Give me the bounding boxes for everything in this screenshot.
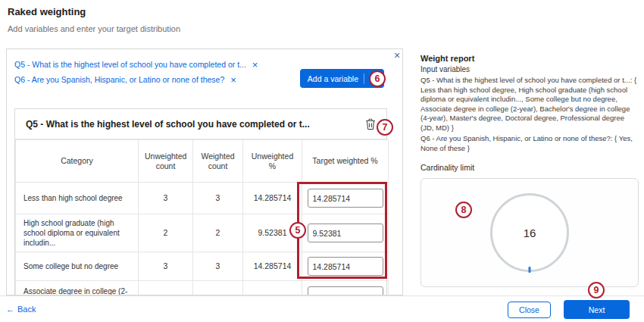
table-row: High school graduate (high school diplom… <box>16 214 389 252</box>
close-button[interactable]: Close <box>508 302 551 318</box>
page-subtitle: Add variables and enter your target dist… <box>8 24 180 33</box>
unweighted-count-cell <box>139 281 193 296</box>
variable-q6-link[interactable]: Q6 - Are you Spanish, Hispanic, or Latin… <box>14 75 224 84</box>
table-header-row: Category Unweighted count Weighted count… <box>16 140 389 183</box>
add-variable-label: Add a variable <box>308 74 358 83</box>
trash-icon[interactable] <box>365 118 376 130</box>
weight-report-panel: Weight report Input variables Q5 - What … <box>420 53 639 287</box>
back-arrow-icon: ← <box>6 305 14 314</box>
unweighted-count-cell: 2 <box>139 214 193 252</box>
cardinality-value: 16 <box>524 227 536 239</box>
close-report-icon[interactable]: × <box>394 50 400 61</box>
col-header-target-pct: Target weighted % <box>302 140 389 183</box>
unweighted-pct-cell <box>243 281 302 296</box>
weighted-count-cell: 2 <box>193 214 243 252</box>
target-weighted-input[interactable] <box>308 224 383 242</box>
target-weighted-input[interactable] <box>308 286 383 295</box>
category-cell: Associate degree in college (2-year) <box>16 281 139 296</box>
weighted-count-cell: 3 <box>193 183 243 214</box>
page-title: Raked weighting <box>8 6 86 17</box>
table-row: Less than high school degree 3 3 14.2857… <box>16 183 389 214</box>
weight-report-title: Weight report <box>420 53 639 64</box>
gauge-tick <box>529 267 531 273</box>
category-cell: High school graduate (high school diplom… <box>16 214 139 252</box>
back-label: Back <box>17 305 36 314</box>
cardinality-gauge: 16 <box>490 193 569 272</box>
col-header-unweighted-count: Unweighted count <box>139 140 193 183</box>
raked-weighting-page: Raked weighting Add variables and enter … <box>0 0 644 322</box>
cardinality-limit-label: Cardinality limit <box>420 163 639 173</box>
unweighted-pct-cell: 14.285714 <box>243 183 302 214</box>
table-row: Associate degree in college (2-year) <box>16 281 389 296</box>
weighted-count-cell <box>193 281 243 296</box>
variable-list: Q5 - What is the highest level of school… <box>14 57 258 87</box>
remove-variable-icon[interactable]: × <box>252 60 258 70</box>
variable-q5-link[interactable]: Q5 - What is the highest level of school… <box>14 60 246 69</box>
q5-description: Q5 - What is the highest level of school… <box>420 76 639 133</box>
chevron-down-icon <box>364 73 377 84</box>
weighted-count-cell: 3 <box>193 252 243 281</box>
distribution-table: Category Unweighted count Weighted count… <box>15 139 389 295</box>
unweighted-count-cell: 3 <box>139 183 193 214</box>
table-row: Some college but no degree 3 3 14.285714 <box>16 252 389 281</box>
col-header-weighted-count: Weighted count <box>193 140 243 183</box>
target-pct-cell <box>302 281 389 296</box>
variable-chip-q6: Q6 - Are you Spanish, Hispanic, or Latin… <box>14 72 258 87</box>
unweighted-count-cell: 3 <box>139 252 193 281</box>
col-header-category: Category <box>16 140 139 183</box>
target-pct-cell <box>302 183 389 214</box>
next-button[interactable]: Next <box>564 300 630 319</box>
col-header-unweighted-pct: Unweighted % <box>243 140 302 183</box>
table-card-header: Q5 - What is the highest level of school… <box>15 109 386 139</box>
cardinality-card: 16 <box>420 178 639 287</box>
unweighted-pct-cell: 14.285714 <box>243 252 302 281</box>
target-weighted-input[interactable] <box>308 189 383 208</box>
q5-distribution-card: Q5 - What is the highest level of school… <box>14 108 387 295</box>
back-link[interactable]: ← Back <box>6 305 36 314</box>
table-card-title: Q5 - What is the highest level of school… <box>26 119 310 130</box>
target-pct-cell <box>302 252 389 281</box>
category-cell: Less than high school degree <box>16 183 139 214</box>
remove-variable-icon[interactable]: × <box>230 75 236 85</box>
footer-divider <box>0 295 644 296</box>
weighting-setup-panel: Q5 - What is the highest level of school… <box>6 48 403 295</box>
input-variables-label: Input variables <box>420 64 639 74</box>
q6-description: Q6 - Are you Spanish, Hispanic, or Latin… <box>420 134 639 153</box>
target-weighted-input[interactable] <box>308 257 383 276</box>
category-cell: Some college but no degree <box>16 252 139 281</box>
add-variable-button[interactable]: Add a variable <box>300 69 384 88</box>
variable-chip-q5: Q5 - What is the highest level of school… <box>14 57 258 72</box>
target-pct-cell <box>302 214 389 252</box>
unweighted-pct-cell: 9.52381 <box>243 214 302 252</box>
